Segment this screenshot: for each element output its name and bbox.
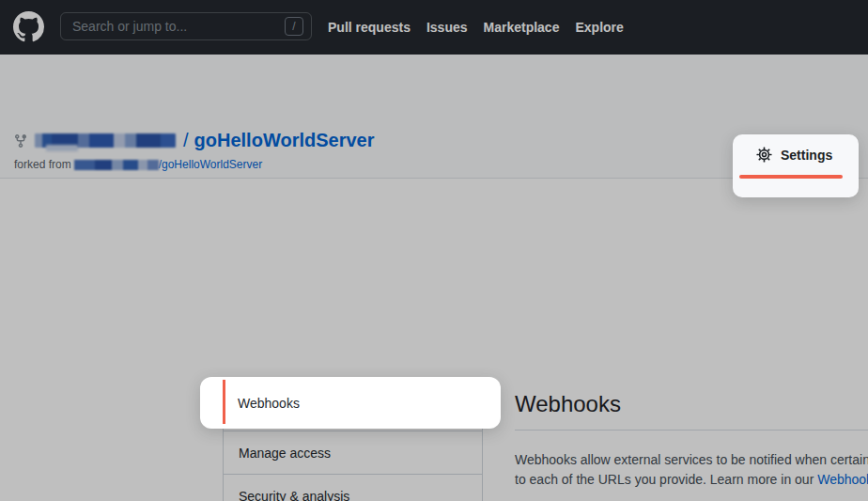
settings-tab-content: Settings <box>756 147 832 163</box>
settings-tab-spotlight[interactable]: Settings <box>733 134 859 197</box>
gear-icon <box>756 147 772 163</box>
active-tab-underline <box>739 175 843 179</box>
settings-tab-label: Settings <box>781 148 832 163</box>
active-item-indicator <box>223 380 225 424</box>
github-settings-page: Search or jump to... / Pull requests Iss… <box>0 0 868 501</box>
webhooks-menu-label: Webhooks <box>238 396 300 411</box>
menu-item-webhooks-spotlight[interactable]: Webhooks <box>200 377 501 429</box>
